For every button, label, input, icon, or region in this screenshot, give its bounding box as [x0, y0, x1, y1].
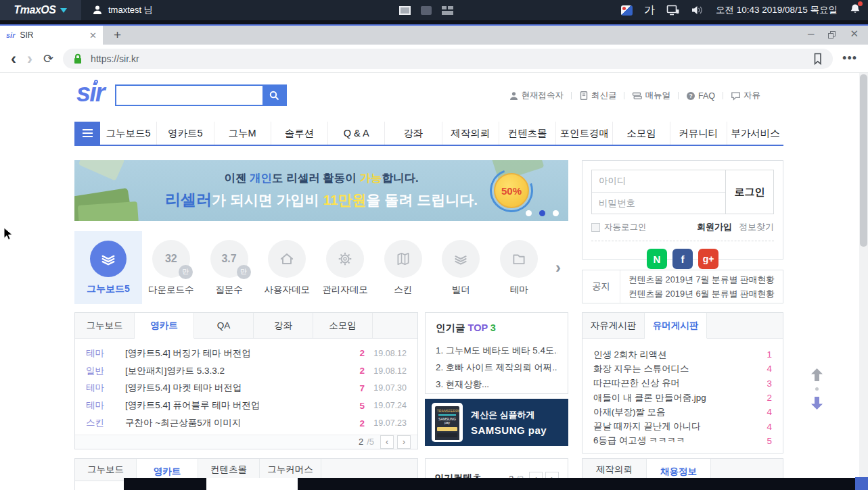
search-icon — [269, 90, 280, 101]
header-utility-links: 현재접속자 최신글 매뉴얼 ? FAQ 자유 — [502, 90, 768, 101]
forward-button[interactable]: › — [27, 51, 32, 67]
prev-page-button[interactable]: ‹ — [380, 435, 394, 449]
board-row[interactable]: 테마 [영카트5.4] 마켓 테마 버전업 7 19.07.30 — [75, 380, 417, 397]
refresh-button[interactable]: ⟳ — [43, 51, 53, 66]
find-info-link[interactable]: 정보찾기 — [739, 221, 774, 233]
nav-item[interactable]: 부가서비스 — [727, 122, 783, 145]
join-link[interactable]: 회원가입 — [697, 221, 732, 233]
new-tab-button[interactable]: + — [114, 27, 121, 43]
taskbar-clock[interactable]: 오전 10:43 2019/08/15 목요일 — [716, 4, 838, 16]
nav-item[interactable]: 소모임 — [613, 122, 670, 145]
board-row[interactable]: 스킨 구찬아 ~최근상품5개 이미지 2 19.07.23 — [75, 414, 417, 432]
shortcut-downloads[interactable]: 32 만 다운로드수 — [142, 231, 200, 304]
link-current-visitors[interactable]: 현재접속자 — [502, 90, 571, 101]
search-input[interactable] — [116, 86, 262, 105]
link-manual[interactable]: 매뉴얼 — [624, 90, 678, 101]
nav-menu: 그누보드5영카트5그누M솔루션Q & A강좌제작의뢰컨텐츠몰포인트경매소모임커뮤… — [100, 122, 783, 145]
community-item[interactable]: 따끈따끈한 신상 유머 3 — [593, 376, 772, 391]
link-faq[interactable]: ? FAQ — [679, 91, 723, 101]
tab-club[interactable]: 소모임 — [313, 313, 373, 338]
link-free-board[interactable]: 자유 — [723, 90, 768, 101]
facebook-login-button[interactable]: f — [672, 249, 693, 269]
site-logo[interactable]: sir — [76, 78, 104, 107]
nav-item[interactable]: 제작의뢰 — [442, 122, 499, 145]
shortcut-admin-demo[interactable]: 스킨 관리자데모 — [316, 231, 374, 304]
workspace-active-icon[interactable] — [399, 6, 411, 15]
tab-youngcart[interactable]: 영카트 — [135, 313, 194, 339]
password-field[interactable] — [592, 193, 725, 214]
page-scrollbar[interactable] — [859, 73, 868, 490]
popular-item[interactable]: 3. 현재상황... — [436, 376, 557, 393]
shortcut-user-demo[interactable]: 사용자데모 — [258, 231, 316, 304]
shortcut-questions[interactable]: 3.7 만 질문수 — [200, 231, 258, 304]
next-page-button[interactable]: › — [397, 435, 411, 449]
nav-item[interactable]: 커뮤니티 — [670, 122, 727, 145]
nav-item[interactable]: Q & A — [328, 122, 385, 145]
community-item[interactable]: 화장 지우는 스튜어디스 4 — [593, 362, 772, 376]
minimize-button[interactable]: – — [808, 27, 814, 41]
tab-humor-board[interactable]: 유머게시판 — [645, 313, 707, 339]
tab-qa[interactable]: QA — [194, 313, 254, 338]
nav-item[interactable]: 포인트경매 — [556, 122, 613, 145]
back-button[interactable]: ‹ — [11, 51, 16, 67]
carousel-dots[interactable] — [526, 210, 559, 216]
tab-free-board[interactable]: 자유게시판 — [583, 313, 645, 338]
community-item[interactable]: 끝날 때까지 끝난게 아니다 4 — [593, 419, 772, 433]
nav-item[interactable]: 그누M — [214, 122, 271, 145]
board-row[interactable]: 테마 [영카트5.4] 버징가 테마 버전업 2 19.08.12 — [75, 345, 417, 362]
community-item[interactable]: 인생 2회차 리액션 1 — [593, 347, 772, 362]
browser-tab-sir[interactable]: sir SIR ✕ — [0, 26, 103, 45]
shortcut-skin[interactable]: 스킨 — [374, 231, 432, 304]
nav-item[interactable]: 그누보드5 — [100, 122, 157, 145]
volume-icon[interactable] — [691, 5, 704, 16]
shortcut-gnuboard5[interactable]: 그누보드5 — [74, 231, 142, 304]
scroll-up-icon[interactable] — [811, 368, 823, 381]
ime-indicator[interactable]: 가 — [644, 3, 655, 18]
nav-item[interactable]: 컨텐츠몰 — [499, 122, 556, 145]
hamburger-menu-button[interactable] — [74, 122, 100, 145]
taskbar-user[interactable]: tmaxtest 님 — [92, 4, 153, 16]
workspace-icon[interactable] — [421, 6, 432, 15]
browser-menu-icon[interactable]: ••• — [842, 51, 857, 66]
tab-close-icon[interactable]: ✕ — [89, 31, 97, 40]
auto-login-checkbox[interactable] — [591, 223, 600, 232]
community-item[interactable]: 아재(부장)짤 모음 4 — [593, 405, 772, 419]
nav-item[interactable]: 강좌 — [385, 122, 442, 145]
search-button[interactable] — [262, 86, 285, 105]
strip-next-arrow[interactable]: › — [548, 258, 568, 277]
nav-item[interactable]: 솔루션 — [271, 122, 328, 145]
nav-item[interactable]: 영카트5 — [157, 122, 214, 145]
notice-item[interactable]: 컨텐츠몰 2019년 7월 분류별 판매현황 — [629, 272, 775, 287]
community-item[interactable]: 6등급 여고생 ㅋㅋㅋㅋ 5 — [593, 434, 772, 448]
url-field[interactable]: https://sir.kr — [63, 49, 833, 69]
scroll-down-icon[interactable] — [811, 397, 823, 410]
tab-lecture[interactable]: 강좌 — [254, 313, 313, 338]
shortcut-theme[interactable]: 테마 — [490, 231, 548, 304]
community-item[interactable]: 애들이 내 클론 만들어줌.jpg 2 — [593, 391, 772, 405]
id-field[interactable] — [592, 170, 725, 193]
scrollbar-thumb[interactable] — [860, 74, 867, 247]
googleplus-login-button[interactable]: g+ — [698, 249, 718, 269]
bookmark-icon[interactable] — [810, 51, 825, 66]
restore-button[interactable] — [828, 31, 836, 39]
board-row[interactable]: 일반 [보안패치]영카트 5.3.3.2 2 19.08.12 — [75, 362, 417, 380]
naver-login-button[interactable]: N — [647, 249, 667, 269]
messenger-icon[interactable] — [621, 5, 633, 16]
tmaxos-menu-button[interactable]: TmaxOS — [0, 0, 81, 20]
close-button[interactable]: ✕ — [850, 28, 859, 40]
popular-item[interactable]: 2. 호빠 사이트 제작의뢰 어쩌... — [436, 359, 557, 376]
workspace-layout-icon[interactable] — [442, 6, 453, 15]
board-row[interactable]: 테마 [영카트5.4] 퓨어블루 테마 버전업 5 19.07.24 — [75, 397, 417, 414]
login-button[interactable]: 로그인 — [725, 170, 773, 214]
samsung-pay-ad[interactable]: TRANSFERRING SAMSUNG pay 계산은 심플하게 SAMSUN… — [425, 399, 568, 446]
promo-banner[interactable]: 이젠 개인도 리셀러 활동이 가능합니다. 리셀러가 되시면 가입비 11만원을… — [74, 160, 568, 221]
notification-bell[interactable] — [849, 3, 861, 18]
link-latest-posts[interactable]: 최신글 — [572, 90, 624, 101]
notice-item[interactable]: 컨텐츠몰 2019년 6월 분류별 판매현황 — [629, 287, 775, 301]
window-controls: – ✕ — [808, 27, 859, 41]
shortcut-builder[interactable]: 빌더 — [432, 231, 490, 304]
popular-item[interactable]: 1. 그누M도 베타도 베타 5.4도... — [436, 342, 557, 359]
popular-list: 1. 그누M도 베타도 베타 5.4도...2. 호빠 사이트 제작의뢰 어쩌.… — [436, 342, 557, 393]
tab-gnuboard[interactable]: 그누보드 — [75, 313, 135, 338]
display-icon[interactable] — [666, 5, 679, 16]
